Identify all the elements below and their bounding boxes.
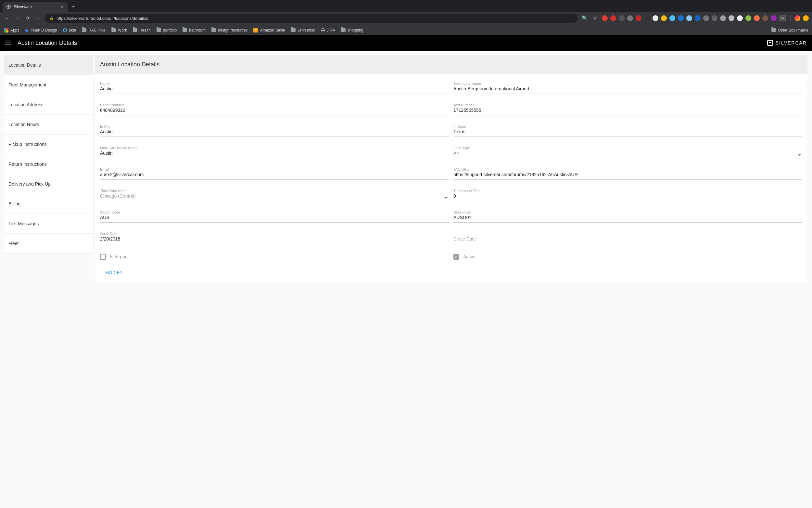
bookmark-jenn-misc[interactable]: Jenn misc xyxy=(291,28,315,33)
ext-icon[interactable] xyxy=(661,15,667,21)
folder-icon xyxy=(183,28,187,32)
search-icon[interactable]: 🔍 xyxy=(581,15,588,21)
sidebar-item-return-instructions[interactable]: Return Instructions xyxy=(4,155,93,174)
ext-icon[interactable]: wt xyxy=(779,15,786,21)
field-phone[interactable]: Phone Number 6484899322 xyxy=(100,102,449,115)
folder-icon xyxy=(211,28,216,32)
url-text: https://silverware.rac-tst.com/#/locatio… xyxy=(56,16,148,21)
new-tab-button[interactable]: + xyxy=(71,4,75,12)
field-open-date[interactable]: Open Date 2/20/2018 xyxy=(100,230,449,244)
folder-icon xyxy=(111,28,116,32)
bookmark-jira[interactable]: JIRA xyxy=(321,28,335,33)
bookmark-rac-links[interactable]: RAC links xyxy=(82,28,105,33)
checkbox-icon xyxy=(100,254,106,260)
ext-icon[interactable] xyxy=(678,15,684,21)
ext-icon[interactable] xyxy=(712,15,717,21)
bookmark-design-resources[interactable]: design resources xyxy=(211,28,247,33)
divider xyxy=(790,15,791,21)
bookmark-portfolio[interactable]: portfolio xyxy=(156,28,177,33)
field-fleet-type[interactable]: Fleet Type A4 xyxy=(453,144,802,158)
field-secondary-name[interactable]: Secondary Name Austin-Bergstrom Internat… xyxy=(453,80,802,94)
folder-icon xyxy=(341,28,346,32)
bookmark-health[interactable]: Health xyxy=(133,28,151,33)
bookmark-other[interactable]: Other Bookmarks xyxy=(771,28,808,33)
reload-icon[interactable]: ⟳ xyxy=(24,15,31,21)
brand: SILVERCAR xyxy=(767,40,807,46)
ext-icon[interactable] xyxy=(746,15,751,21)
sidebar-item-delivery-pickup[interactable]: Delivery and Pick Up xyxy=(4,174,93,194)
url-bar[interactable]: 🔒 https://silverware.rac-tst.com/#/locat… xyxy=(45,14,578,23)
browser-chrome: Silverware × + ← → ⟳ ⌂ 🔒 https://silverw… xyxy=(0,0,812,35)
okta-icon xyxy=(63,28,67,32)
ext-icon[interactable] xyxy=(653,15,658,21)
checkbox-checked-icon: ✓ xyxy=(453,254,459,260)
ext-icon[interactable] xyxy=(728,15,734,21)
ext-icon[interactable] xyxy=(669,15,675,21)
field-in-state[interactable]: In State Texas xyxy=(453,123,802,137)
bookmark-amazon[interactable]: aAmazon Smile xyxy=(253,28,285,33)
ext-icon[interactable] xyxy=(636,15,641,21)
bookmark-shopping[interactable]: shopping xyxy=(341,28,364,33)
field-close-date[interactable]: Close Date xyxy=(453,230,802,244)
bookmark-apps[interactable]: Apps xyxy=(4,28,19,33)
field-multi-car[interactable]: Multi Car Display Name Austin xyxy=(100,144,449,158)
field-faq-url[interactable]: FAQ URL https://support.silvercar.com/fo… xyxy=(453,166,802,180)
field-airport-code[interactable]: Airport Code AUS xyxy=(100,209,449,223)
ext-icon[interactable] xyxy=(619,15,625,21)
ext-icon[interactable] xyxy=(686,15,692,21)
field-turnaround[interactable]: Turnaround Time 0 xyxy=(453,187,802,201)
field-gds-code[interactable]: GDS Code AUSO01 xyxy=(453,209,802,223)
field-email[interactable]: Email aus+2@silvercar.com xyxy=(100,166,449,180)
form-area: Name Austin Secondary Name Austin-Bergst… xyxy=(95,74,807,282)
bookmarks-bar: Apps ◆Team B Design okta RAC links Work … xyxy=(0,25,812,35)
sidebar-item-fleet[interactable]: Fleet xyxy=(4,234,93,253)
bookmark-bathroom[interactable]: bathroom xyxy=(183,28,205,33)
bookmark-okta[interactable]: okta xyxy=(63,28,76,33)
sidebar-item-location-details[interactable]: Location Details xyxy=(4,55,93,75)
sidebar-item-text-messages[interactable]: Text Messages xyxy=(4,214,93,234)
bookmark-team-b[interactable]: ◆Team B Design xyxy=(25,28,57,33)
ext-icon[interactable] xyxy=(695,15,701,21)
close-tab-icon[interactable]: × xyxy=(61,4,64,9)
ext-icon[interactable] xyxy=(644,15,650,21)
field-timezone[interactable]: Time Zone Name Chicago (Central) xyxy=(100,187,449,201)
field-text-number[interactable]: Text Number 17125555555 xyxy=(453,102,802,115)
ext-icon[interactable] xyxy=(771,15,777,21)
sidebar-item-fleet-management[interactable]: Fleet Management xyxy=(4,75,93,95)
menu-icon[interactable] xyxy=(5,41,11,45)
bookmark-work[interactable]: Work xyxy=(111,28,127,33)
omnibox-row: ← → ⟳ ⌂ 🔒 https://silverware.rac-tst.com… xyxy=(0,12,812,25)
sidebar-item-location-address[interactable]: Location Address xyxy=(4,95,93,115)
home-icon[interactable]: ⌂ xyxy=(35,15,42,21)
browser-tab[interactable]: Silverware × xyxy=(3,2,67,12)
ext-icon[interactable] xyxy=(737,15,743,21)
field-in-city[interactable]: In City Austin xyxy=(100,123,449,137)
profile-avatar-icon[interactable] xyxy=(795,15,800,21)
ext-icon[interactable] xyxy=(720,15,726,21)
profile-icon[interactable] xyxy=(803,15,809,21)
field-name[interactable]: Name Austin xyxy=(100,80,449,94)
sidebar-item-pickup-instructions[interactable]: Pickup Instructions xyxy=(4,134,93,155)
content-heading: Austin Location Details xyxy=(95,55,807,74)
checkbox-active[interactable]: ✓ Active xyxy=(453,254,802,260)
content-panel: Austin Location Details Name Austin Seco… xyxy=(95,55,807,282)
modify-button[interactable]: MODIFY xyxy=(105,270,123,275)
back-icon[interactable]: ← xyxy=(3,15,10,21)
sidebar-item-location-hours[interactable]: Location Hours xyxy=(4,115,93,134)
ext-icon[interactable] xyxy=(762,15,768,21)
sidebar-item-billing[interactable]: Billing xyxy=(4,194,93,214)
ext-icon[interactable] xyxy=(627,15,633,21)
forward-icon[interactable]: → xyxy=(14,15,21,21)
ext-icon[interactable] xyxy=(754,15,760,21)
checkbox-is-airport[interactable]: Is Airport xyxy=(100,254,449,260)
brand-logo-icon xyxy=(767,40,773,46)
brand-text: SILVERCAR xyxy=(776,40,807,45)
tab-title: Silverware xyxy=(14,5,32,9)
ext-icon[interactable] xyxy=(703,15,709,21)
ext-pinterest-icon[interactable] xyxy=(610,15,616,21)
ext-icon[interactable] xyxy=(602,15,608,21)
apps-icon xyxy=(4,28,8,33)
folder-icon xyxy=(291,28,296,32)
app-header: Austin Location Details SILVERCAR xyxy=(0,35,812,51)
star-icon[interactable]: ☆ xyxy=(591,15,599,21)
